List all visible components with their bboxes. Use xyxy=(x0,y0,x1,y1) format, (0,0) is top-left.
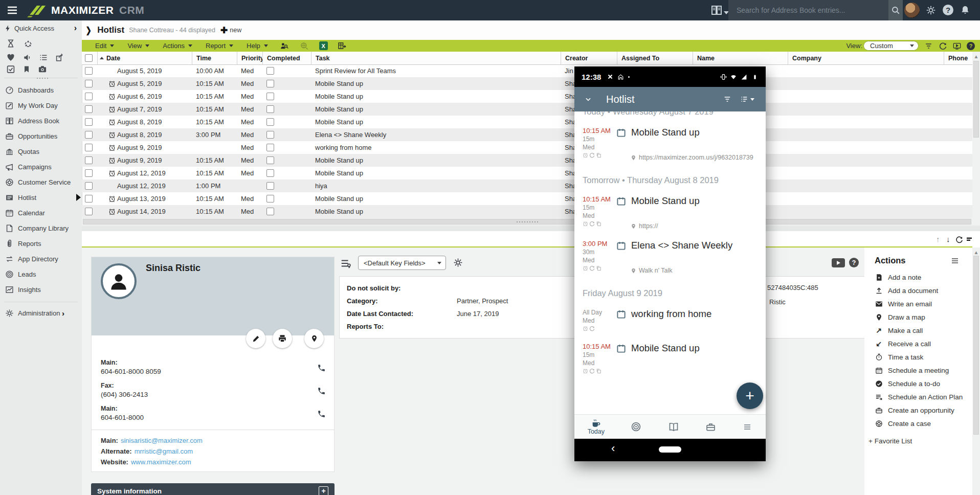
sidebar-item[interactable]: Opportunities xyxy=(0,128,82,144)
avatar-chip[interactable] xyxy=(644,254,654,264)
avatar-chip[interactable] xyxy=(644,141,654,151)
recycle-icon[interactable] xyxy=(24,39,33,48)
video-tutorial-icon[interactable] xyxy=(832,258,845,267)
table-row[interactable]: August 7, 2019 10:15 AM Med Mobile Stand… xyxy=(82,103,972,116)
action-item[interactable]: ↙ Receive a call xyxy=(864,337,972,350)
avatar-chip[interactable] xyxy=(670,141,680,151)
toolbar-menu[interactable]: Help xyxy=(247,42,268,50)
quick-access[interactable]: Quick Access › xyxy=(0,20,82,36)
view-dropdown[interactable]: Custom xyxy=(863,41,919,51)
sidebar-item[interactable]: Dashboards xyxy=(0,82,82,98)
table-vertical-scrollbar[interactable]: ▲ xyxy=(972,52,980,218)
phone-view-list-icon[interactable] xyxy=(740,95,754,103)
sidebar-item[interactable]: Customer Service xyxy=(0,174,82,190)
action-item[interactable]: ↗ Make a call xyxy=(864,324,972,337)
toolbar-menu[interactable]: View xyxy=(127,42,149,50)
row-checkbox[interactable] xyxy=(85,93,93,100)
details-tab[interactable] xyxy=(138,242,149,246)
action-item[interactable]: Create an opportunity xyxy=(864,403,972,417)
panel-help-icon[interactable]: ? xyxy=(849,258,859,267)
sidebar-item[interactable]: App Directory xyxy=(0,251,82,266)
row-checkbox[interactable] xyxy=(85,80,93,87)
email-link[interactable]: www.maximizer.com xyxy=(131,458,191,466)
details-tab[interactable] xyxy=(82,242,93,246)
add-new-plus-icon[interactable]: ✚ xyxy=(220,25,228,36)
action-item[interactable]: Draw a map xyxy=(864,310,972,324)
call-phone-icon[interactable] xyxy=(317,364,326,372)
table-row[interactable]: August 14, 2019 10:15 AM Med Mobile Stan… xyxy=(82,205,972,218)
panel-collapse-chevron-icon[interactable]: ❯ xyxy=(85,25,91,36)
action-item[interactable]: Create a case xyxy=(864,417,972,430)
row-checkbox[interactable] xyxy=(85,105,93,113)
agenda-card[interactable]: All Day Med xyxy=(574,303,766,338)
refresh-icon[interactable] xyxy=(939,42,947,50)
sidebar-item[interactable]: Reports xyxy=(0,236,82,251)
call-phone-icon[interactable] xyxy=(317,410,326,418)
expand-plus-icon[interactable]: + xyxy=(319,486,328,495)
avatar-chip[interactable] xyxy=(657,357,667,367)
sidebar-item[interactable]: Campaigns xyxy=(0,159,82,174)
select-all-checkbox[interactable] xyxy=(85,54,93,62)
column-header-assigned-to[interactable]: Assigned To xyxy=(617,52,693,64)
email-link[interactable]: mrristic@gmail.com xyxy=(135,447,193,455)
completed-checkbox[interactable] xyxy=(266,131,274,139)
panel-splitter[interactable] xyxy=(82,226,980,231)
toolbar-menu[interactable]: Report xyxy=(206,42,233,50)
sidebar-item-administration[interactable]: Administration › xyxy=(0,305,82,321)
avatar-chip[interactable] xyxy=(670,357,680,367)
agenda-card[interactable]: 10:15 AM 15m Med xyxy=(574,122,766,166)
scroll-up-arrow-icon[interactable]: ▲ xyxy=(972,52,980,59)
completed-checkbox[interactable] xyxy=(266,93,274,100)
table-row[interactable]: August 8, 2019 3:00 PM Med Elena <> Shan… xyxy=(82,128,972,141)
favorite-list-link[interactable]: + Favorite List xyxy=(864,434,972,447)
search-button[interactable] xyxy=(888,0,903,20)
action-item[interactable]: Write an email xyxy=(864,297,972,310)
avatar-chip[interactable] xyxy=(632,141,641,151)
details-tab[interactable] xyxy=(116,242,127,246)
table-row[interactable]: August 9, 2019 10:15 AM Med Mobile Stand… xyxy=(82,154,972,167)
table-row[interactable]: August 13, 2019 10:15 AM Med Mobile Stan… xyxy=(82,192,972,205)
avatar-chip[interactable] xyxy=(644,210,654,219)
details-tab[interactable] xyxy=(183,242,194,246)
avatar-chip[interactable] xyxy=(683,357,693,367)
row-checkbox[interactable] xyxy=(85,156,93,164)
avatar-chip[interactable] xyxy=(632,210,641,219)
details-tab[interactable] xyxy=(161,242,172,246)
details-menu-icon[interactable] xyxy=(966,236,973,242)
announce-speaker-icon[interactable] xyxy=(23,53,32,62)
column-export-icon[interactable] xyxy=(337,41,347,50)
toolbar-help-icon[interactable]: ? xyxy=(967,42,975,50)
settings-gear-icon[interactable] xyxy=(926,5,936,15)
export-share-icon[interactable] xyxy=(55,53,64,62)
row-checkbox[interactable] xyxy=(85,169,93,177)
hamburger-menu-icon[interactable] xyxy=(5,4,19,16)
completed-checkbox[interactable] xyxy=(266,195,274,202)
sidebar-item[interactable]: Insights xyxy=(0,282,82,297)
scroll-up-arrow-icon[interactable]: ▲ xyxy=(972,248,980,255)
sidebar-item[interactable]: Quotas xyxy=(0,144,82,159)
column-header-priority[interactable]: Priority xyxy=(237,52,262,64)
system-information-bar[interactable]: System information + xyxy=(91,483,335,495)
completed-checkbox[interactable] xyxy=(266,144,274,151)
toolbar-menu[interactable]: Edit xyxy=(95,42,114,50)
column-header-company[interactable]: Company xyxy=(788,52,944,64)
navigate-up-icon[interactable]: ↑ xyxy=(936,235,940,243)
sidebar-expand-chevron-icon[interactable]: › xyxy=(74,24,77,33)
key-fields-dropdown[interactable]: <Default Key Fields> xyxy=(358,256,446,270)
navigate-down-icon[interactable]: ↓ xyxy=(946,235,950,243)
column-header-completed[interactable]: Completed xyxy=(262,52,311,64)
add-new-label[interactable]: new xyxy=(230,27,241,34)
module-selector-address-book-icon[interactable] xyxy=(710,4,723,16)
sidebar-item[interactable]: Leads xyxy=(0,266,82,282)
print-icon[interactable] xyxy=(273,329,292,348)
details-tab[interactable] xyxy=(93,242,104,246)
row-checkbox[interactable] xyxy=(85,118,93,126)
sidebar-item[interactable]: Company Library xyxy=(0,220,82,236)
edit-pencil-icon[interactable] xyxy=(246,329,265,348)
action-item[interactable]: Schedule a to-do xyxy=(864,377,972,390)
presentation-icon[interactable] xyxy=(952,42,962,50)
completed-checkbox[interactable] xyxy=(266,156,274,164)
favorites-heart-icon[interactable] xyxy=(6,53,15,62)
refresh-details-icon[interactable] xyxy=(955,236,963,243)
android-home-pill[interactable] xyxy=(659,446,681,453)
